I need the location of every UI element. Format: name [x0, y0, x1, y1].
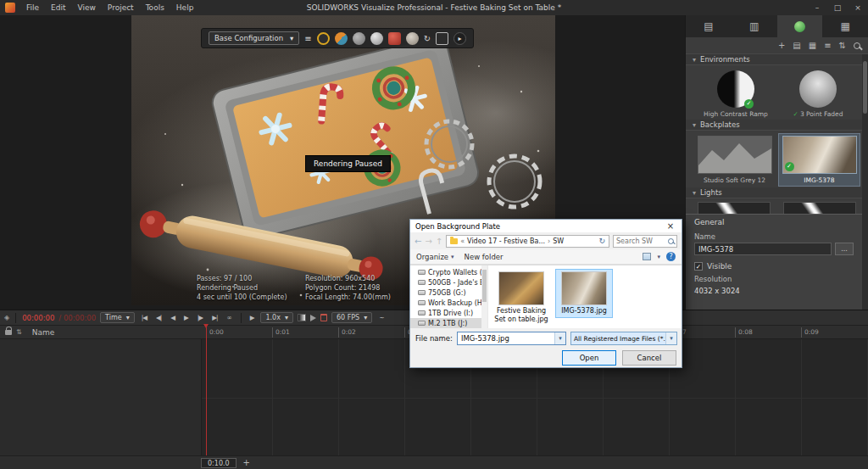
tab-scenes[interactable]: ▥: [732, 15, 777, 37]
panel-scrollbar[interactable]: [862, 54, 868, 310]
play-button[interactable]: ▶: [181, 314, 191, 321]
minimize-button[interactable]: –: [807, 0, 827, 15]
backplates-section-header[interactable]: ▾ Backplates: [686, 120, 868, 131]
lock-icon[interactable]: [5, 330, 12, 335]
tools-icon[interactable]: [353, 32, 365, 45]
go-to-end-button[interactable]: ▶|: [209, 314, 220, 321]
tree-scrollbar[interactable]: [481, 265, 487, 328]
material-icon[interactable]: [406, 32, 419, 45]
organize-menu[interactable]: Organize ▾: [416, 253, 454, 261]
tab-appearances[interactable]: [777, 15, 823, 37]
name-input[interactable]: [694, 243, 832, 255]
backplate-thumbnail: [698, 136, 772, 174]
search-icon[interactable]: [854, 42, 860, 49]
backplate-item-selected[interactable]: ✓ IMG-5378: [779, 134, 860, 186]
environment-item[interactable]: ✓3 Point Faded: [780, 70, 856, 118]
back-icon[interactable]: ←: [415, 237, 421, 246]
view-mode-icon[interactable]: [643, 253, 651, 260]
ruler-tick: 0:09: [801, 327, 819, 338]
tree-item[interactable]: 750GB (G:): [410, 288, 487, 298]
search-input[interactable]: [616, 237, 666, 245]
step-forward-button[interactable]: |▶: [195, 314, 205, 321]
maximize-button[interactable]: □: [827, 0, 848, 15]
scene-icon[interactable]: [436, 32, 448, 45]
time-mode-dropdown[interactable]: Time ▾: [100, 312, 135, 323]
sort-icon[interactable]: ⇅: [839, 41, 846, 50]
menu-tools[interactable]: Tools: [140, 0, 170, 15]
add-icon[interactable]: +: [778, 41, 785, 50]
navigate-icon[interactable]: ▸: [453, 32, 466, 45]
add-track-button[interactable]: +: [243, 458, 250, 467]
open-button[interactable]: Open: [562, 350, 616, 366]
playhead[interactable]: [206, 326, 207, 455]
file-item[interactable]: Festive Baking Set on table.jpg: [493, 270, 549, 325]
menu-icon[interactable]: ≡: [304, 34, 311, 43]
delete-icon[interactable]: [320, 314, 327, 321]
speed-dropdown[interactable]: 1.0x ▾: [260, 312, 292, 323]
chevron-down-icon: ▾: [665, 332, 676, 344]
keyframe-icon[interactable]: ◈: [4, 314, 9, 321]
list-view-icon[interactable]: ≡: [824, 41, 831, 50]
tab-models[interactable]: ▤: [686, 15, 732, 37]
breadcrumb-overflow-icon[interactable]: «: [460, 237, 465, 245]
tree-item[interactable]: Crypto Wallets (: [410, 267, 487, 277]
tree-item-selected[interactable]: M.2 1TB (J:): [410, 318, 487, 328]
environments-section-header[interactable]: ▾ Environments: [686, 54, 868, 65]
chevron-down-icon[interactable]: ▾: [657, 254, 660, 260]
scrollbar-thumb[interactable]: [863, 61, 867, 114]
menu-help[interactable]: Help: [170, 0, 200, 15]
address-bar[interactable]: « Video 17 - Festive Ba... › SW ↻: [446, 235, 609, 248]
tab-library[interactable]: ▦: [822, 15, 868, 37]
help-icon[interactable]: ?: [666, 252, 676, 261]
visible-checkbox[interactable]: ✓: [694, 262, 703, 271]
menu-project[interactable]: Project: [102, 0, 140, 15]
ramp-icon[interactable]: [298, 314, 306, 321]
lights-section-header[interactable]: ▾ Lights: [686, 187, 868, 198]
chevron-down-icon[interactable]: ▾: [554, 332, 565, 344]
render-icon[interactable]: [317, 32, 330, 45]
step-back-button[interactable]: ◀|: [153, 314, 164, 321]
fps-dropdown[interactable]: 60 FPS ▾: [331, 312, 372, 323]
breadcrumb-parent[interactable]: Video 17 - Festive Ba...: [467, 237, 545, 245]
file-item-selected[interactable]: IMG-5378.jpg: [556, 270, 612, 317]
scrollbar-thumb[interactable]: [482, 270, 487, 302]
environments-header-label: Environments: [700, 55, 750, 64]
tree-item[interactable]: Work Backup (H: [410, 298, 487, 308]
output-tools-icon[interactable]: [335, 32, 348, 45]
breadcrumb-current[interactable]: SW: [553, 237, 564, 245]
grid-view-icon[interactable]: ▦: [809, 41, 816, 50]
curve-editor-icon[interactable]: ~: [376, 314, 387, 321]
model-icon[interactable]: [388, 32, 401, 45]
marker-icon[interactable]: [310, 315, 316, 321]
browse-button[interactable]: ...: [835, 243, 854, 255]
menu-file[interactable]: File: [20, 0, 45, 15]
menu-edit[interactable]: Edit: [45, 0, 71, 15]
preview-render-button[interactable]: ▶: [248, 314, 257, 321]
sort-icon[interactable]: ⇅: [16, 328, 22, 336]
new-folder-button[interactable]: New folder: [465, 253, 504, 261]
up-icon[interactable]: ↑: [436, 237, 442, 246]
backplate-item[interactable]: Studio Soft Grey 12: [694, 134, 775, 186]
file-label: IMG-5378.jpg: [557, 307, 611, 315]
tree-item[interactable]: 1TB Drive (I:): [410, 308, 487, 318]
file-type-dropdown[interactable]: All Registered Image Files (*.*) ▾: [570, 332, 677, 345]
import-icon[interactable]: ▤: [793, 41, 800, 50]
dialog-close-button[interactable]: ×: [665, 221, 676, 231]
file-name-input[interactable]: [458, 334, 554, 343]
close-button[interactable]: ×: [848, 0, 868, 15]
go-to-start-button[interactable]: |◀: [139, 314, 149, 321]
file-name-combo[interactable]: ▾: [457, 332, 566, 345]
refresh-icon[interactable]: ↻: [598, 237, 605, 245]
cancel-button[interactable]: Cancel: [622, 350, 676, 366]
appearances-icon[interactable]: [370, 32, 383, 45]
refresh-icon[interactable]: ↻: [424, 34, 431, 43]
play-reverse-button[interactable]: ◀: [168, 314, 177, 321]
environment-item[interactable]: ✓ High Contrast Ramp: [698, 70, 774, 118]
forward-icon[interactable]: →: [425, 237, 431, 246]
search-box[interactable]: [613, 235, 677, 248]
duration-field[interactable]: 0:10.0: [201, 458, 236, 468]
tree-item[interactable]: 500GB - Jade's B: [410, 277, 487, 288]
loop-button[interactable]: ∞: [224, 314, 234, 321]
configuration-dropdown[interactable]: Base Configuration ▾: [209, 31, 299, 45]
menu-view[interactable]: View: [72, 0, 102, 15]
